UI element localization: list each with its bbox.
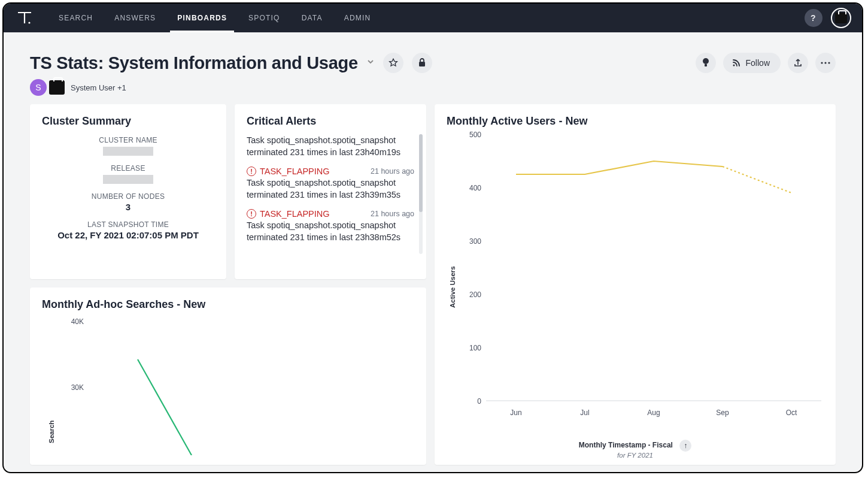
briefcase-icon <box>49 80 65 95</box>
svg-point-4 <box>703 58 709 64</box>
y-axis-label: Search <box>48 420 55 443</box>
cs-value: Oct 22, FY 2021 02:07:05 PM PDT <box>42 230 214 240</box>
sort-icon[interactable]: ↑ <box>679 440 691 452</box>
x-axis-label-row: Monthly Timestamp - Fiscal ↑ for FY 2021 <box>435 440 836 459</box>
alert-body: Task spotiq_snapshot.spotiq_snapshot ter… <box>247 177 414 201</box>
y-tick: 0 <box>457 397 481 406</box>
x-tick: Jun <box>498 409 534 417</box>
x-axis-sublabel: for FY 2021 <box>435 452 836 459</box>
nav-answers[interactable]: ANSWERS <box>114 4 156 32</box>
y-tick: 100 <box>457 344 481 352</box>
insight-button[interactable] <box>696 53 716 73</box>
critical-alerts-card: Critical Alerts Task spotiq_snapshot.spo… <box>235 104 426 279</box>
nav-pinboards[interactable]: PINBOARDS <box>177 4 227 32</box>
alert-item[interactable]: Task spotiq_snapshot.spotiq_snapshot ter… <box>247 135 414 158</box>
monthly-active-users-card: Monthly Active Users - New Active Users … <box>435 104 836 465</box>
nav-data[interactable]: DATA <box>302 4 323 32</box>
svg-point-9 <box>828 62 830 63</box>
y-tick: 30K <box>60 383 84 392</box>
x-tick: Aug <box>636 409 672 417</box>
title-dropdown-icon[interactable] <box>366 58 375 68</box>
cs-label: RELEASE <box>42 164 214 173</box>
cs-label: LAST SNAPSHOT TIME <box>42 220 214 229</box>
y-tick: 400 <box>457 184 481 192</box>
x-tick: Jul <box>567 409 603 417</box>
favorite-button[interactable] <box>383 53 403 73</box>
x-tick: Sep <box>705 409 740 417</box>
nav-admin[interactable]: ADMIN <box>344 4 371 32</box>
top-nav: SEARCH ANSWERS PINBOARDS SPOTIQ DATA ADM… <box>4 4 862 32</box>
nav-search[interactable]: SEARCH <box>59 4 93 32</box>
alert-time: 21 hours ago <box>371 167 414 176</box>
y-tick: 300 <box>457 237 481 246</box>
svg-point-7 <box>821 62 823 63</box>
owner-text: System User +1 <box>71 83 126 92</box>
alert-title: TASK_FLAPPING <box>260 209 330 219</box>
follow-label: Follow <box>746 58 770 68</box>
briefcase-icon <box>835 13 847 23</box>
follow-button[interactable]: Follow <box>723 53 781 73</box>
chart-plot[interactable] <box>90 311 413 455</box>
redacted-value <box>103 175 153 184</box>
redacted-value <box>103 147 153 156</box>
x-tick: Oct <box>773 409 809 417</box>
nav-spotiq[interactable]: SPOTIQ <box>248 4 280 32</box>
y-tick: 500 <box>457 131 481 139</box>
cs-value: 3 <box>42 202 214 212</box>
y-axis-label: Active Users <box>449 266 456 308</box>
brand-logo[interactable] <box>14 8 35 28</box>
alert-body: Task spotiq_snapshot.spotiq_snapshot ter… <box>247 220 414 243</box>
alert-body: Task spotiq_snapshot.spotiq_snapshot ter… <box>247 135 414 158</box>
alert-item[interactable]: ! TASK_FLAPPING 21 hours ago Task spotiq… <box>247 167 414 201</box>
svg-point-2 <box>28 22 30 23</box>
chart-plot[interactable] <box>486 134 821 410</box>
alert-title: TASK_FLAPPING <box>260 167 330 176</box>
help-icon[interactable]: ? <box>805 9 823 27</box>
y-tick: 40K <box>60 317 84 326</box>
alert-item[interactable]: ! TASK_FLAPPING 21 hours ago Task spotiq… <box>247 209 414 243</box>
svg-point-6 <box>733 65 735 66</box>
monthly-adhoc-searches-card: Monthly Ad-hoc Searches - New Search 40K… <box>30 288 426 465</box>
scrollbar-thumb[interactable] <box>419 134 423 212</box>
card-title: Monthly Active Users - New <box>447 115 824 128</box>
y-tick: 200 <box>457 291 481 299</box>
profile-avatar[interactable] <box>831 8 851 28</box>
alert-icon: ! <box>247 209 256 219</box>
alert-time: 21 hours ago <box>371 210 414 218</box>
share-button[interactable] <box>788 53 808 73</box>
more-menu-button[interactable] <box>815 53 836 73</box>
svg-point-8 <box>824 62 826 63</box>
page-header: TS Stats: System Information and Usage F… <box>4 32 862 104</box>
rss-icon <box>732 58 741 68</box>
card-title: Critical Alerts <box>247 115 414 128</box>
owner-avatar[interactable]: S <box>30 79 47 96</box>
lock-button[interactable] <box>412 53 432 73</box>
card-title: Cluster Summary <box>42 115 214 128</box>
card-title: Monthly Ad-hoc Searches - New <box>42 298 414 311</box>
svg-rect-5 <box>705 64 707 66</box>
alert-icon: ! <box>247 167 256 176</box>
cs-label: CLUSTER NAME <box>42 136 214 144</box>
nav-items: SEARCH ANSWERS PINBOARDS SPOTIQ DATA ADM… <box>59 4 371 32</box>
cluster-summary-card: Cluster Summary CLUSTER NAME RELEASE NUM… <box>30 104 226 279</box>
x-axis-label: Monthly Timestamp - Fiscal <box>579 441 673 449</box>
svg-rect-3 <box>419 62 425 66</box>
cs-label: NUMBER OF NODES <box>42 192 214 201</box>
page-title: TS Stats: System Information and Usage <box>30 53 358 73</box>
owner-row: S System User +1 <box>30 79 836 96</box>
